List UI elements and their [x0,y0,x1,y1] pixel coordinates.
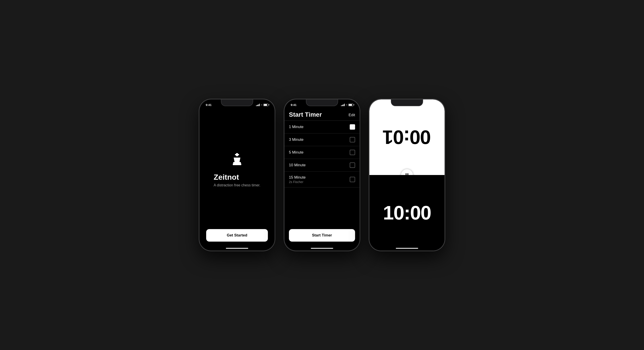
timer-option-subtitle: 2s Fischer [289,180,306,184]
timer-row[interactable]: 1 Minute [284,121,360,133]
status-icons-2: ≈ [341,103,353,106]
side-button-right-2 [360,131,360,146]
timer-checkbox[interactable] [350,137,355,142]
start-timer-button[interactable]: Start Timer [289,229,355,242]
timer-row[interactable]: 3 Minute [284,133,360,146]
timer-checkbox[interactable] [350,177,355,182]
chess-king-icon [229,153,245,168]
timer-option-name: 10 Minute [289,163,306,167]
phone-3: 00:01 10:00 [369,99,445,251]
phone3-screen: 00:01 10:00 [370,99,444,251]
phone-2: 9:41 ≈ Start Timer Edit [284,99,360,251]
timer-checkbox[interactable] [350,150,355,155]
timer-top-panel[interactable]: 00:01 [370,99,444,175]
battery-icon-2 [348,104,353,106]
timer-option-name: 1 Minute [289,125,304,129]
phones-container: 9:41 ≈ [190,90,454,260]
timer-bottom-panel[interactable]: 10:00 [370,175,444,251]
status-bar-2: 9:41 ≈ [284,103,360,107]
pause-button-container [401,169,413,175]
wifi-icon-2: ≈ [346,103,347,106]
status-icons-1: ≈ [256,103,268,106]
phone-1: 9:41 ≈ [199,99,275,251]
status-bar-1: 9:41 ≈ [200,103,274,107]
app-subtitle: A distraction free chess timer. [214,183,260,187]
timer-list: 1 Minute3 Minute5 Minute10 Minute15 Minu… [284,121,360,226]
timer-row-left: 5 Minute [289,150,304,155]
phone1-screen: 9:41 ≈ [200,99,274,251]
pause-button[interactable] [401,169,413,175]
svg-rect-1 [235,154,239,155]
timer-row[interactable]: 10 Minute [284,159,360,172]
timer-row[interactable]: 15 Minute2s Fischer [284,172,360,188]
timer-option-name: 15 Minute [289,175,306,180]
get-started-button[interactable]: Get Started [206,229,268,242]
signal-icon-1 [256,104,260,106]
side-button-right [274,131,275,146]
phone2-footer: Start Timer [284,226,360,251]
phone2-screen: 9:41 ≈ Start Timer Edit [284,99,360,251]
svg-rect-3 [233,163,241,165]
app-title-group: Zeitnot A distraction free chess timer. [214,173,260,187]
battery-icon-1 [264,104,268,106]
timer-row-left: 15 Minute2s Fischer [289,175,306,184]
home-indicator-3 [396,248,418,249]
timer-display-top: 00:01 [383,127,431,147]
signal-icon-2 [341,104,345,106]
edit-button[interactable]: Edit [348,113,355,118]
splash-center: Zeitnot A distraction free chess timer. [214,111,260,229]
nav-title: Start Timer [289,111,322,118]
status-time-1: 9:41 [206,103,212,107]
app-title: Zeitnot [214,173,260,181]
wifi-icon-1: ≈ [261,103,262,106]
timer-checkbox[interactable] [350,124,355,130]
timer-row-left: 1 Minute [289,125,304,129]
timer-option-name: 5 Minute [289,150,304,155]
home-indicator-2 [311,248,333,249]
timer-display-bottom: 10:00 [383,203,431,223]
timer-option-name: 3 Minute [289,137,304,142]
timer-row[interactable]: 5 Minute [284,146,360,159]
timer-row-left: 3 Minute [289,137,304,142]
svg-rect-2 [233,162,241,163]
timer-checkbox[interactable] [350,162,355,168]
side-button-right-3 [444,131,445,146]
home-indicator-1 [226,248,248,249]
pause-icon [406,173,408,175]
status-time-2: 9:41 [291,103,296,107]
timer-row-left: 10 Minute [289,163,306,167]
